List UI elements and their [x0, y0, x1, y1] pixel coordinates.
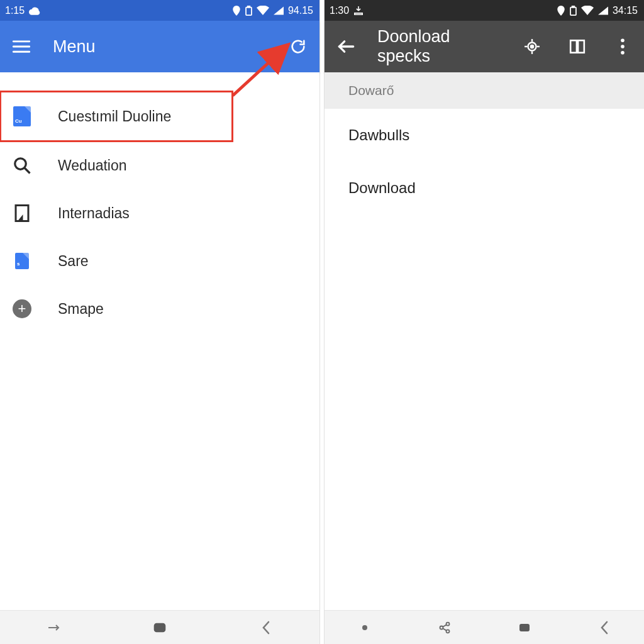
svg-point-6 — [15, 158, 26, 170]
search-icon — [11, 155, 33, 176]
pane-divider — [319, 0, 325, 644]
document-icon: Cu — [11, 106, 33, 127]
section-header-label: Dowarő — [348, 83, 394, 98]
status-battery-text: 34:15 — [613, 5, 638, 16]
svg-line-28 — [443, 625, 447, 626]
svg-point-26 — [440, 626, 443, 629]
svg-rect-1 — [248, 6, 250, 8]
nav-home-button[interactable] — [147, 615, 172, 640]
svg-rect-0 — [246, 7, 252, 14]
share-icon — [438, 621, 451, 634]
battery-small-icon — [570, 6, 577, 16]
svg-line-29 — [443, 628, 447, 630]
svg-point-23 — [621, 51, 625, 55]
svg-point-25 — [446, 622, 449, 625]
android-nav-bar — [325, 610, 644, 644]
arrow-left-icon — [337, 39, 355, 54]
location-icon — [232, 6, 241, 16]
panels-button[interactable] — [564, 33, 591, 60]
home-square-icon — [152, 620, 167, 635]
signal-icon — [274, 6, 284, 15]
nav-recent-button[interactable] — [41, 615, 66, 640]
svg-point-14 — [531, 45, 533, 48]
left-screenshot: 1:15 94.15 Menu Cu Cuestımil Duoline — [0, 0, 319, 644]
menu-item-label: Weduation — [58, 157, 127, 174]
android-nav-bar — [0, 610, 319, 644]
status-right: 94.15 — [232, 5, 313, 16]
target-icon — [524, 38, 540, 55]
download-small-icon — [353, 6, 364, 15]
status-bar: 1:30 34:15 — [325, 0, 644, 21]
status-battery-text: 94.15 — [288, 5, 313, 16]
right-screenshot: 1:30 34:15 Doonload specks Dowarő Da — [325, 0, 644, 644]
nav-home-button[interactable] — [512, 615, 537, 640]
menu-item-label: Internadias — [58, 205, 130, 222]
svg-point-21 — [621, 38, 625, 42]
list-item-label: Download — [348, 179, 416, 197]
refresh-icon — [289, 38, 307, 55]
nav-back-button[interactable] — [253, 615, 279, 640]
back-chevron-icon — [260, 620, 272, 635]
section-header: Dowarő — [325, 72, 644, 109]
status-time: 1:30 — [330, 5, 349, 16]
nav-back-button[interactable] — [592, 615, 617, 640]
more-vert-icon — [620, 38, 625, 55]
svg-rect-30 — [519, 624, 530, 631]
menu-item-cuestimil-duoline[interactable]: Cu Cuestımil Duoline — [0, 91, 233, 142]
cloud-icon — [29, 6, 40, 15]
document-s-icon: s — [11, 250, 33, 272]
overflow-menu-button[interactable] — [609, 33, 636, 60]
menu-item-wequation[interactable]: Weduation — [0, 142, 319, 189]
back-chevron-icon — [599, 620, 610, 635]
dot-icon — [361, 624, 369, 631]
menu-item-label: Sare — [58, 253, 89, 270]
svg-point-27 — [446, 630, 449, 633]
svg-point-24 — [362, 625, 367, 630]
hamburger-menu-button[interactable] — [8, 33, 35, 60]
nav-share-button[interactable] — [432, 615, 457, 640]
location-icon — [557, 6, 565, 16]
list-item-download[interactable]: Download — [325, 162, 644, 214]
menu-list: Cu Cuestımil Duoline Weduation Internadi… — [0, 72, 319, 610]
svg-rect-10 — [570, 7, 576, 14]
bookmark-icon — [11, 203, 33, 224]
menu-item-label: Cuestımil Duoline — [58, 108, 171, 125]
status-bar: 1:15 94.15 — [0, 0, 319, 21]
list-item-label: Dawbulls — [348, 126, 409, 144]
refresh-button[interactable] — [284, 33, 312, 60]
home-square-icon — [517, 620, 532, 635]
target-button[interactable] — [518, 33, 546, 60]
panels-icon — [569, 38, 586, 55]
back-button[interactable] — [332, 33, 360, 60]
svg-line-7 — [25, 168, 30, 174]
app-bar: Doonload specks — [325, 21, 644, 72]
recent-icon — [47, 623, 60, 632]
status-left: 1:30 — [330, 5, 364, 16]
wifi-icon — [581, 6, 594, 15]
svg-point-22 — [621, 45, 625, 48]
signal-icon — [598, 6, 608, 15]
wifi-icon — [257, 6, 269, 15]
svg-rect-9 — [155, 624, 165, 631]
status-time: 1:15 — [5, 5, 25, 16]
menu-item-label: Smape — [58, 301, 104, 318]
appbar-title: Menu — [53, 37, 267, 57]
status-left: 1:15 — [5, 5, 40, 16]
app-bar: Menu — [0, 21, 319, 72]
menu-item-sare[interactable]: s Sare — [0, 237, 319, 285]
svg-rect-11 — [572, 6, 575, 8]
list-item-dawbulls[interactable]: Dawbulls — [325, 109, 644, 162]
appbar-title: Doonload specks — [377, 27, 501, 66]
svg-rect-20 — [578, 40, 584, 53]
download-list: Dawbulls Download — [325, 109, 644, 610]
battery-small-icon — [245, 6, 252, 16]
menu-item-smape[interactable]: + Smape — [0, 285, 319, 333]
hamburger-icon — [13, 40, 30, 53]
nav-dot-button[interactable] — [352, 615, 377, 640]
svg-rect-19 — [570, 40, 577, 53]
menu-item-internadias[interactable]: Internadias — [0, 189, 319, 237]
status-right: 34:15 — [557, 5, 638, 16]
add-circle-icon: + — [11, 298, 33, 319]
